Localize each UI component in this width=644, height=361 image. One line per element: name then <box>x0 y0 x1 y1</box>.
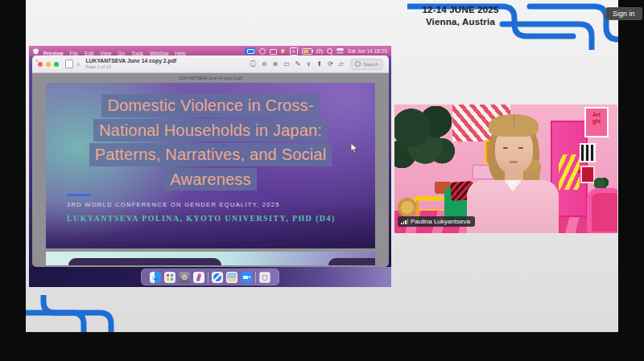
chevron-down-icon[interactable]: ∨ <box>307 61 312 68</box>
preview-titlebar: ∨ LUKYANTSEVA June 14 copy 2.pdf Page 1 … <box>32 55 389 73</box>
search-placeholder: Search <box>363 62 378 67</box>
control-center-icon[interactable] <box>336 48 344 54</box>
blue-motif-bottom-left <box>26 295 121 332</box>
dock-icon-preview-app[interactable] <box>212 272 223 283</box>
pdf-content-area: LUKYANTSEVA June 14 copy 2.pdf Domestic … <box>32 73 389 267</box>
red-frame <box>582 167 593 182</box>
dock-divider <box>255 272 256 283</box>
page2-shape-right <box>328 258 375 265</box>
window-title-stack: LUKYANTSEVA June 14 copy 2.pdf Page 1 of… <box>85 59 176 70</box>
dock-icon-system-settings[interactable]: ⚙ <box>179 272 190 283</box>
menubar-status-area: A Sat Jun 14 18:20 <box>245 47 387 55</box>
battery-icon[interactable] <box>302 48 312 55</box>
screen-mirroring-indicator[interactable] <box>245 47 255 55</box>
page-indicator: Page 1 of 13 <box>85 65 176 70</box>
select-icon[interactable]: ▭ <box>283 61 290 68</box>
keyboard-input-icon[interactable]: A <box>290 47 298 55</box>
preview-window: ∨ LUKYANTSEVA June 14 copy 2.pdf Page 1 … <box>32 55 389 267</box>
rotate-icon[interactable]: ⟳ <box>328 61 333 68</box>
checkered-frame <box>581 145 594 161</box>
rattan-basket <box>398 198 417 217</box>
dock-icon-screenshot-thumbnail[interactable] <box>226 272 237 283</box>
document-proxy-icon[interactable] <box>65 59 73 68</box>
participant-hair-top <box>489 114 539 137</box>
participant-name-tag: Paulina Lukyantseva <box>398 216 475 227</box>
sign-in-button[interactable]: Sign in <box>605 7 642 20</box>
screenshare-video-tile: PreviewFileEditViewGoToolsWindowHelp A S… <box>29 46 391 287</box>
info-icon[interactable]: ⓘ <box>250 61 256 68</box>
mouse-cursor <box>350 142 358 154</box>
dock-icon-finder[interactable] <box>150 272 161 283</box>
chevron-down-icon[interactable]: ∨ <box>76 61 80 67</box>
dock-icon-launchpad[interactable] <box>164 272 175 283</box>
slide-title-line: National Households in Japan: <box>93 119 328 142</box>
slide-accent-bar <box>67 194 91 196</box>
do-not-disturb-icon[interactable] <box>281 49 286 54</box>
markup-icon[interactable]: ✎ <box>295 61 301 68</box>
pink-armchair <box>587 188 617 233</box>
pdf-filename-header: LUKYANTSEVA June 14 copy 2.pdf <box>32 76 389 80</box>
event-info: 12-14 JUNE 2025 Vienna, Austria <box>401 4 520 28</box>
participant-shirt <box>467 180 559 233</box>
record-icon[interactable] <box>259 48 266 55</box>
fullscreen-button[interactable] <box>54 62 59 67</box>
zoom-in-icon[interactable]: ⊕ <box>273 61 279 68</box>
menubar-status-icons: A <box>245 47 344 55</box>
preview-toolbar: ⓘ⊖⊕▭✎∨⬆⟳▱ <box>250 61 344 68</box>
search-field[interactable]: Search <box>350 59 383 70</box>
slide-title-line: Patterns, Narratives, and Social <box>89 143 332 166</box>
wifi-icon[interactable] <box>316 49 323 54</box>
pdf-page-2-preview <box>46 252 375 265</box>
apple-menu-icon[interactable] <box>33 47 39 55</box>
minimize-button[interactable] <box>46 62 51 67</box>
slide-footer: 3RD WORLD CONFERENCE ON GENDER EQUALITY,… <box>67 194 336 223</box>
slide-title: Domestic Violence in Cross-National Hous… <box>46 94 375 192</box>
slide-title-line: Domestic Violence in Cross- <box>101 94 319 117</box>
slide-title-line: Awareness <box>164 168 256 191</box>
page2-shape-left <box>68 258 221 265</box>
dock-divider <box>208 272 208 283</box>
close-button[interactable] <box>38 62 43 67</box>
signal-bars-icon <box>401 219 408 224</box>
door-knob <box>578 170 580 173</box>
slide-author-line: LUKYANTSEVA POLINA, KYOTO UNIVERSITY, PH… <box>67 214 336 223</box>
pdf-page-1-slide: Domestic Violence in Cross-National Hous… <box>46 83 375 248</box>
search-icon <box>355 61 361 67</box>
display-icon[interactable] <box>270 49 277 55</box>
webcam-video-tile: Artgis Paulina Lukyantseva <box>394 105 617 233</box>
dock-icon-trash[interactable] <box>259 272 270 283</box>
macos-dock: ⚙ <box>141 269 279 285</box>
event-location: Vienna, Austria <box>401 16 520 28</box>
participant-name: Paulina Lukyantseva <box>411 218 470 225</box>
dock-icon-zoom-app[interactable] <box>241 272 252 283</box>
zoom-out-icon[interactable]: ⊖ <box>262 61 267 68</box>
slide-conference-line: 3RD WORLD CONFERENCE ON GENDER EQUALITY,… <box>67 201 336 208</box>
art-poster: Artgis <box>586 109 607 136</box>
highlight-icon[interactable]: ▱ <box>339 61 344 68</box>
menubar-clock[interactable]: Sat Jun 14 18:20 <box>348 48 387 54</box>
search-icon[interactable] <box>327 48 332 54</box>
large-plant <box>394 106 465 183</box>
event-dates: 12-14 JUNE 2025 <box>401 4 520 16</box>
share-icon[interactable]: ⬆ <box>316 61 322 68</box>
door-yellow-stripes <box>559 154 580 190</box>
window-title: LUKYANTSEVA June 14 copy 2.pdf <box>85 59 176 64</box>
dock-icon-photos-app[interactable] <box>193 272 204 283</box>
